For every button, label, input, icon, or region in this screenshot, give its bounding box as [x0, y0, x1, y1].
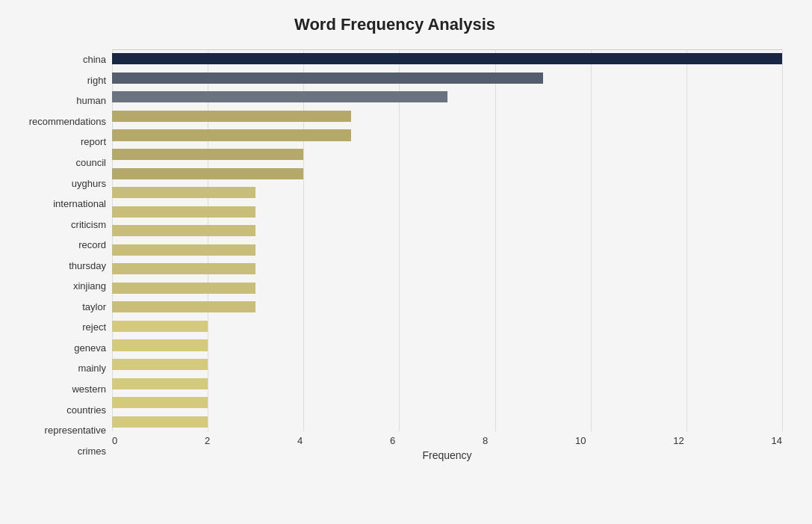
bar-row [112, 259, 782, 279]
bar [112, 397, 208, 408]
x-tick: 14 [771, 435, 781, 446]
bar-row [112, 145, 782, 164]
bar [112, 53, 782, 64]
plot-area: 02468101214 Frequency [112, 49, 782, 461]
y-label: criticism [71, 220, 106, 229]
bar [112, 187, 255, 198]
bar-row [112, 279, 782, 298]
y-label: international [53, 199, 106, 209]
bar-row [112, 374, 782, 393]
bar [112, 168, 303, 179]
bar-row [112, 183, 782, 203]
x-tick: 12 [673, 435, 684, 446]
bar-row [112, 126, 782, 145]
grid-and-bars [112, 49, 782, 431]
y-label: human [76, 96, 106, 105]
x-tick: 4 [297, 435, 303, 446]
bar [112, 129, 351, 141]
bar [112, 321, 208, 332]
chart-title: Word Frequency Analysis [7, 15, 782, 34]
bar [112, 359, 208, 370]
x-tick: 6 [390, 435, 395, 446]
y-label: countries [66, 405, 106, 415]
bar-row [112, 355, 782, 374]
bar [112, 378, 208, 389]
x-axis: 02468101214 [112, 431, 782, 446]
y-label: council [76, 158, 106, 167]
bar-row [112, 240, 782, 259]
y-label: uyghurs [72, 179, 106, 188]
y-label: record [78, 240, 106, 250]
grid-line [782, 49, 783, 431]
bar [112, 416, 208, 428]
y-label: right [87, 75, 106, 85]
bar [112, 301, 255, 312]
bar [112, 283, 255, 294]
y-label: western [72, 384, 106, 394]
y-labels: chinarighthumanrecommendationsreportcoun… [7, 49, 112, 461]
bar-row [112, 202, 782, 221]
x-tick: 2 [205, 435, 210, 446]
chart-area: chinarighthumanrecommendationsreportcoun… [7, 49, 782, 461]
bar-row [112, 412, 782, 431]
bar [112, 149, 303, 160]
bar-row [112, 164, 782, 183]
y-label: mainly [78, 363, 106, 373]
bar-row [112, 49, 782, 69]
x-tick: 10 [575, 435, 586, 446]
y-label: recommendations [29, 117, 106, 126]
bar-row [112, 107, 782, 126]
bar-row [112, 336, 782, 355]
bar-row [112, 393, 782, 413]
x-axis-label: Frequency [112, 449, 782, 461]
y-label: representative [45, 425, 106, 435]
y-label: xinjiang [73, 281, 106, 291]
y-label: report [81, 137, 106, 147]
bar-row [112, 298, 782, 317]
y-label: crimes [78, 446, 106, 456]
chart-container: Word Frequency Analysis chinarighthumanr… [0, 0, 812, 524]
x-tick: 8 [483, 435, 488, 446]
bars-wrapper [112, 49, 782, 431]
bar [112, 206, 255, 218]
bar-row [112, 87, 782, 107]
bar [112, 111, 351, 122]
bar-row [112, 317, 782, 336]
y-label: geneva [74, 343, 106, 353]
bar [112, 73, 543, 84]
bar-row [112, 221, 782, 241]
bar [112, 339, 208, 351]
bar [112, 91, 447, 102]
bar-row [112, 69, 782, 88]
bar [112, 244, 255, 256]
x-tick: 0 [112, 435, 117, 446]
y-label: thursday [69, 261, 106, 271]
bar [112, 225, 255, 236]
bar [112, 263, 255, 274]
y-label: taylor [82, 302, 106, 312]
y-label: reject [82, 322, 106, 332]
y-label: china [83, 55, 106, 64]
